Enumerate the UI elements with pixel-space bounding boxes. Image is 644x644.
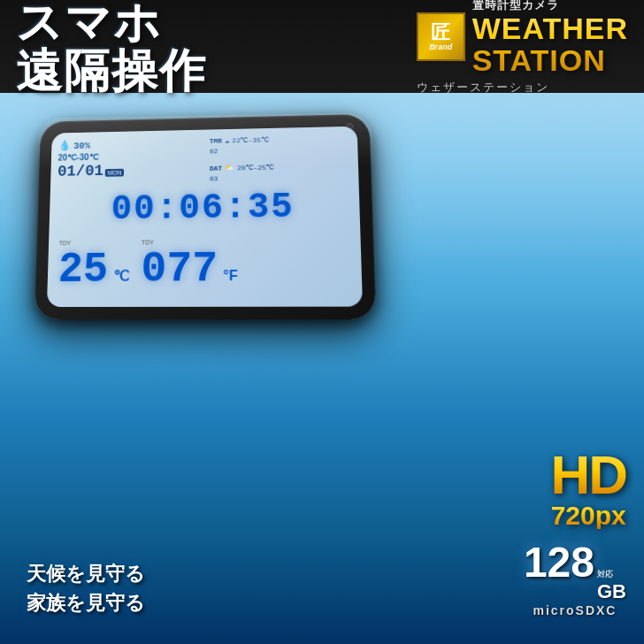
brand-badge: 匠 Brand (417, 12, 465, 61)
device-body: 💧 30% 20℃-30℃ 01/01 MON TMR ☁ 22℃-35℃ (34, 114, 376, 320)
temp-f-unit: °F (223, 268, 238, 284)
forecast-label-2: DAT (210, 165, 222, 172)
device-screen: 💧 30% 20℃-30℃ 01/01 MON TMR ☁ 22℃-35℃ (47, 126, 363, 307)
forecast-num-row-2: 03 (210, 172, 351, 183)
temp-c-large: 25 (58, 246, 109, 294)
storage-row: 128 対応 GB (524, 538, 626, 603)
forecast-temp-1: 22℃-35℃ (232, 136, 269, 145)
brand-kanji: 匠 (431, 23, 450, 42)
right-product: 匠 Brand 置時計型カメラ WEATHERSTATION ウェザーステーショ… (417, 0, 628, 96)
main-title: スマホ遠隔操作 (16, 0, 207, 95)
product-name-jp: ウェザーステーション (417, 80, 549, 96)
screen-top-left: 💧 30% 20℃-30℃ 01/01 MON (58, 136, 201, 189)
bottom-text-line2: 家族を見守る (27, 588, 145, 617)
hd-px: 720px (551, 502, 626, 529)
forecast-temp-2: 20℃-25℃ (237, 164, 274, 172)
storage-gb-wrapper: 対応 GB (597, 569, 626, 603)
forecast-num-row: 02 (210, 144, 350, 155)
temp-f-container: TDY 077 (141, 239, 218, 294)
forecast-row-1: TMR ☁ 22℃-35℃ (210, 134, 350, 146)
bottom-text: 天候を見守る 家族を見守る (27, 559, 145, 617)
date-row: 01/01 MON (58, 160, 201, 180)
hd-text: HD (550, 448, 626, 502)
humidity-value: 30% (73, 141, 90, 151)
forecast-daynum-1: 02 (210, 147, 218, 155)
hd-badge: HD 720px (550, 448, 626, 529)
bottom-text-line1: 天候を見守る (27, 559, 145, 588)
day-badge: MON (105, 169, 125, 177)
storage-taiou: 対応 (597, 569, 613, 580)
right-badges: HD 720px 128 対応 GB microSDXC (524, 448, 626, 617)
temp-c-unit: ℃ (113, 268, 129, 285)
product-name: WEATHERSTATION (472, 13, 628, 76)
device-container: 💧 30% 20℃-30℃ 01/01 MON TMR ☁ 22℃-35℃ (16, 106, 387, 442)
forecast-row-2: DAT ⛅ 20℃-25℃ (210, 161, 351, 173)
temp-c-container: TDY 25 (58, 240, 109, 294)
product-top-row: 匠 Brand 置時計型カメラ WEATHERSTATION (417, 0, 628, 76)
storage-gb: GB (597, 580, 626, 603)
temp-large-row: TDY 25 ℃ TDY 077 °F (54, 233, 355, 294)
temp-f-large: 077 (141, 245, 218, 294)
storage-badge: 128 対応 GB microSDXC (524, 538, 626, 617)
top-header: スマホ遠隔操作 匠 Brand 置時計型カメラ WEATHERSTATION ウ… (0, 0, 644, 93)
time-display: 00:06:35 (56, 187, 353, 234)
brand-text: Brand (429, 42, 452, 51)
screen-top-right: TMR ☁ 22℃-35℃ 02 DAT ⛅ 20℃-25℃ 03 (203, 134, 351, 188)
storage-label: microSDXC (533, 603, 617, 617)
humidity-icon: 💧 (58, 140, 72, 152)
storage-number: 128 (524, 538, 594, 586)
date-value: 01/01 (58, 162, 104, 180)
forecast-daynum-2: 03 (210, 175, 218, 183)
forecast-icon-1: ☁ (225, 136, 229, 146)
forecast-label-1: TMR (210, 137, 222, 145)
left-title: スマホ遠隔操作 (16, 0, 417, 95)
forecast-icon-2: ⛅ (225, 164, 234, 173)
content-area: 💧 30% 20℃-30℃ 01/01 MON TMR ☁ 22℃-35℃ (0, 93, 644, 644)
time-value: 00:06:35 (111, 188, 295, 229)
